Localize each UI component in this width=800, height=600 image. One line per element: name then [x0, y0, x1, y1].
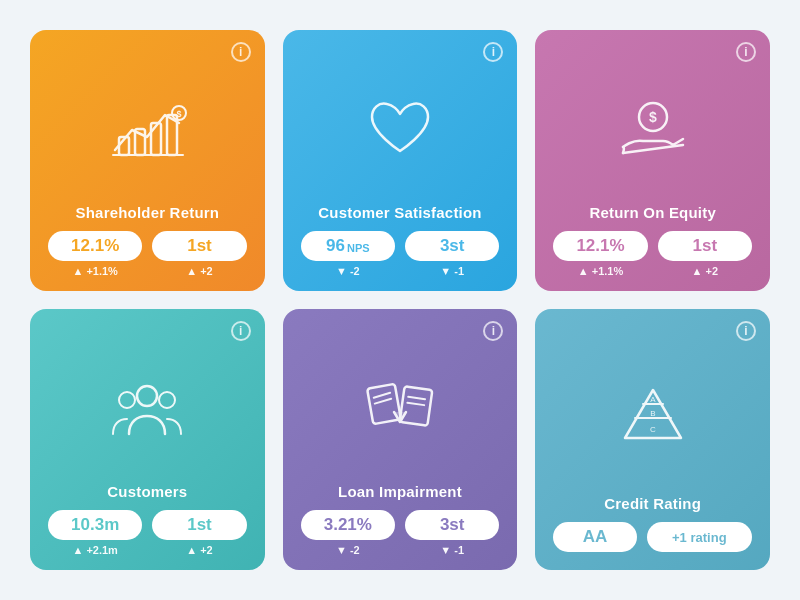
svg-rect-12 [367, 384, 401, 424]
card-icon-broken-docs [360, 335, 440, 483]
info-icon[interactable]: i [483, 42, 503, 62]
metric-rank: 3st [440, 515, 465, 535]
card-title: Customer Satisfaction [318, 204, 481, 221]
card-return-on-equity: i $ Return On Equity 12.1% 1st +1.1% +2 [535, 30, 770, 291]
metric-rank: 3st [440, 236, 465, 256]
svg-point-11 [159, 392, 175, 408]
card-deltas: -2 -1 [301, 544, 500, 556]
svg-text:$: $ [649, 109, 657, 125]
card-loan-impairment: i Loan Impairment 3.21% 3st -2 - [283, 309, 518, 570]
metric-unit: NPS [347, 242, 370, 254]
svg-rect-15 [400, 386, 433, 426]
card-title: Return On Equity [589, 204, 716, 221]
card-icon-chart: $ [107, 56, 187, 204]
delta-2: +2 [658, 265, 752, 277]
delta-1: +2.1m [48, 544, 142, 556]
metric-value-pill: AA [553, 522, 636, 552]
card-title: Shareholder Return [76, 204, 220, 221]
svg-text:B: B [650, 409, 655, 418]
svg-text:$: $ [177, 109, 182, 119]
card-customers: i Customers 10.3m 1st +2.1m +2 [30, 309, 265, 570]
metric-rank-pill: 1st [152, 510, 246, 540]
delta-2: +2 [152, 265, 246, 277]
card-metrics: 3.21% 3st [301, 510, 500, 540]
svg-line-14 [374, 399, 391, 404]
svg-text:C: C [650, 425, 656, 434]
metric-value-pill: 12.1% [48, 231, 142, 261]
metric-secondary: +1 rating [672, 530, 727, 545]
card-shareholder-return: i $ Shareholder Return 12.1% 1st +1. [30, 30, 265, 291]
svg-point-9 [137, 386, 157, 406]
card-deltas: +1.1% +2 [48, 265, 247, 277]
metric-value-pill: 3.21% [301, 510, 395, 540]
card-title: Loan Impairment [338, 483, 462, 500]
delta-1: +1.1% [553, 265, 647, 277]
info-icon[interactable]: i [736, 42, 756, 62]
info-icon[interactable]: i [231, 42, 251, 62]
metric-rank-pill: 3st [405, 510, 499, 540]
info-icon[interactable]: i [736, 321, 756, 341]
delta-2: -1 [405, 544, 499, 556]
metric-value-pill: 10.3m [48, 510, 142, 540]
card-metrics: AA +1 rating [553, 522, 752, 552]
metric-value-pill: 12.1% [553, 231, 647, 261]
card-title: Credit Rating [604, 495, 701, 512]
metric-primary: AA [583, 527, 608, 547]
info-icon[interactable]: i [231, 321, 251, 341]
info-icon[interactable]: i [483, 321, 503, 341]
delta-1: +1.1% [48, 265, 142, 277]
card-icon-heart [360, 56, 440, 204]
card-metrics: 12.1% 1st [553, 231, 752, 261]
card-deltas: -2 -1 [301, 265, 500, 277]
metric-rank-pill: 1st [658, 231, 752, 261]
metric-primary: 3.21% [324, 515, 372, 535]
metric-rank: 1st [187, 236, 212, 256]
card-title: Customers [107, 483, 187, 500]
svg-line-16 [408, 397, 425, 399]
metric-rank: 1st [693, 236, 718, 256]
card-icon-pyramid: A B C [613, 335, 693, 495]
delta-2: -1 [405, 265, 499, 277]
card-icon-group [107, 335, 187, 483]
svg-line-13 [373, 393, 390, 398]
card-customer-satisfaction: i Customer Satisfaction 96 NPS 3st -2 -1 [283, 30, 518, 291]
dashboard: i $ Shareholder Return 12.1% 1st +1. [0, 0, 800, 600]
card-icon-hand-coin: $ [613, 56, 693, 204]
metric-rank: 1st [187, 515, 212, 535]
svg-text:A: A [650, 395, 656, 404]
card-metrics: 96 NPS 3st [301, 231, 500, 261]
card-metrics: 10.3m 1st [48, 510, 247, 540]
metric-primary: 12.1% [576, 236, 624, 256]
delta-2: +2 [152, 544, 246, 556]
delta-1: -2 [301, 265, 395, 277]
metric-rank-pill: +1 rating [647, 522, 752, 552]
metric-primary: 10.3m [71, 515, 119, 535]
metric-primary: 96 [326, 236, 345, 256]
svg-point-10 [119, 392, 135, 408]
metric-value-pill: 96 NPS [301, 231, 395, 261]
delta-1: -2 [301, 544, 395, 556]
metric-primary: 12.1% [71, 236, 119, 256]
metric-rank-pill: 3st [405, 231, 499, 261]
svg-line-17 [407, 403, 424, 405]
card-credit-rating: i A B C Credit Rating AA +1 rating [535, 309, 770, 570]
metric-rank-pill: 1st [152, 231, 246, 261]
card-deltas: +2.1m +2 [48, 544, 247, 556]
card-deltas: +1.1% +2 [553, 265, 752, 277]
card-metrics: 12.1% 1st [48, 231, 247, 261]
